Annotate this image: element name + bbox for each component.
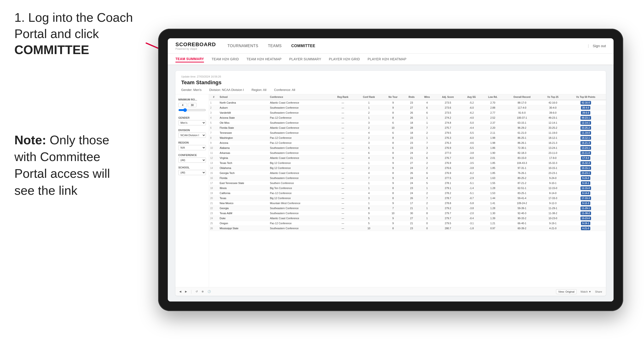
cell-conf-rank: 4	[356, 130, 382, 136]
conference-filter-group: Conference (All)	[178, 154, 206, 163]
table-row: 6Florida StateAtlantic Coast Conference—…	[209, 125, 606, 130]
sub-nav-player-h2h-heatmap[interactable]: PLAYER H2H HEATMAP	[368, 56, 406, 62]
cell-school: North Carolina	[218, 100, 269, 105]
min-rounds-max-input[interactable]	[188, 103, 196, 107]
cell-overall-record: 72-30-1	[504, 146, 540, 151]
cell-vs-top-50-points: 9-19-1	[566, 221, 606, 226]
footer-btn-clock[interactable]: 🕐	[208, 290, 211, 293]
cell-adj-score: 276.6	[434, 166, 461, 171]
sub-nav-team-h2h-heatmap[interactable]: TEAM H2H HEATMAP	[246, 56, 282, 62]
table-row: 25OregonPac-12 Conference—59210279.5-3.1…	[209, 221, 606, 226]
cell-rnds: 30	[404, 211, 420, 216]
table-row: 26Mississippi StateSoutheastern Conferen…	[209, 226, 606, 231]
cell-no-tour: 9	[382, 156, 404, 161]
sub-nav-team-summary[interactable]: TEAM SUMMARY	[176, 56, 204, 62]
cell-rnds: 27	[404, 105, 420, 110]
gender-filter-group: Gender Men's Women's	[178, 116, 206, 125]
cell-avg-sg: -5.5	[461, 146, 482, 151]
table-row: 7TennesseeSoutheastern Conference—461822…	[209, 130, 606, 136]
cell-vs-top-50-points: 13-24-1	[566, 146, 606, 151]
cell-no-tour: 10	[382, 211, 404, 216]
cell-conf-rank: 2	[356, 125, 382, 130]
cell-avg-sg: -3.8	[461, 151, 482, 156]
nav-divider: |	[588, 44, 589, 48]
cell-adj-score: 279.7	[434, 216, 461, 221]
tablet-device: SCOREBOARD Powered by clippd TOURNAMENTS…	[158, 29, 623, 311]
cell-wins: 1	[420, 136, 434, 141]
school-select[interactable]: (All)	[178, 170, 206, 175]
cell-conference: Southeastern Conference	[269, 151, 330, 156]
col-overall-record: Overall Record	[504, 94, 540, 100]
cell-wins: 2	[420, 130, 434, 136]
cell-overall-record: 109-24-2	[504, 201, 540, 206]
cell-low-rd: 1.53	[482, 191, 504, 196]
cell-overall-record: 100-37-1	[504, 115, 540, 120]
sign-out-button[interactable]: Sign out	[593, 44, 606, 48]
cell-overall-record: 92-40-3	[504, 211, 540, 216]
col-vs-top-25: Vs Top 25	[540, 94, 566, 100]
cell-wins: 1	[420, 120, 434, 125]
cell-school: Virginia	[218, 156, 269, 161]
cell-avg-sg: -1.8	[461, 226, 482, 231]
table-row: 3VanderbiltSoutheastern Conference—28266…	[209, 110, 606, 115]
cell-adj-score: 274.8	[434, 120, 461, 125]
sub-nav-player-h2h-grid[interactable]: PLAYER H2H GRID	[329, 56, 360, 62]
cell-conference: Big 12 Conference	[269, 196, 330, 201]
cell-conf-rank: 7	[356, 176, 382, 181]
conference-select[interactable]: (All)	[178, 158, 206, 163]
cell-rank: 16	[209, 176, 218, 181]
cell-vs-top-25: 13-24-1	[540, 146, 566, 151]
cell-school: Washington	[218, 136, 269, 141]
watch-button[interactable]: Watch ▼	[580, 290, 591, 293]
cell-rank: 15	[209, 171, 218, 176]
cell-avg-sg: -6.2	[461, 171, 482, 176]
cell-school: Alabama	[218, 146, 269, 151]
footer-btn-forward[interactable]: ▶	[185, 290, 187, 293]
cell-no-tour: 6	[382, 120, 404, 125]
table-row: 9ArizonaPac-12 Conference—38237276.3-4.6…	[209, 141, 606, 146]
footer-right: View: Original Watch ▼ Share	[556, 289, 602, 294]
cell-conference: Big 12 Conference	[269, 166, 330, 171]
cell-adj-score: 273.6	[434, 105, 461, 110]
min-rounds-min-input[interactable]	[178, 103, 187, 107]
cell-avg-sg: -6.2	[461, 110, 482, 115]
nav-items: TOURNAMENTS TEAMS COMMITTEE	[228, 43, 588, 49]
gender-select[interactable]: Men's Women's	[178, 120, 206, 125]
cell-reg-rank: —	[330, 105, 356, 110]
cell-no-tour: 9	[382, 216, 404, 221]
cell-conference: Pac-12 Conference	[269, 221, 330, 226]
cell-rank: 9	[209, 141, 218, 146]
nav-item-tournaments[interactable]: TOURNAMENTS	[228, 43, 258, 49]
cell-school: Florida State	[218, 125, 269, 130]
cell-conf-rank: 10	[356, 226, 382, 231]
footer-btn-refresh[interactable]: ↺	[196, 290, 198, 293]
cell-reg-rank: —	[330, 196, 356, 201]
division-select[interactable]: NCAA Division I	[178, 133, 206, 138]
table-row: 5Ole MissSoutheastern Conference—3618127…	[209, 120, 606, 125]
min-rounds-filter: Minimum Ro...	[178, 98, 206, 113]
cell-vs-top-50-points: 11-19-0	[566, 130, 606, 136]
sub-nav-team-h2h-grid[interactable]: TEAM H2H GRID	[212, 56, 239, 62]
cell-rnds: 23	[404, 226, 420, 231]
cell-reg-rank: —	[330, 191, 356, 196]
cell-conference: Big 12 Conference	[269, 161, 330, 166]
main-content: Update time: 27/03/2024 16:56:26 Team St…	[168, 65, 614, 302]
view-original-button[interactable]: View: Original	[556, 289, 577, 294]
footer-btn-bookmark[interactable]: ⊕	[202, 290, 204, 293]
share-button[interactable]: Share	[595, 290, 602, 293]
cell-school: Mississippi State	[218, 226, 269, 231]
cell-rnds: 21	[404, 156, 420, 161]
nav-item-committee[interactable]: COMMITTEE	[291, 43, 316, 49]
cell-rnds: 18	[404, 130, 420, 136]
col-wins: Wins	[420, 94, 434, 100]
sub-nav-player-summary[interactable]: PLAYER SUMMARY	[289, 56, 322, 62]
region-select[interactable]: N/A All	[178, 145, 206, 150]
cell-no-tour: 8	[382, 141, 404, 146]
nav-item-teams[interactable]: TEAMS	[268, 43, 282, 49]
cell-wins: 6	[420, 110, 434, 115]
footer-btn-back[interactable]: ◀	[179, 290, 181, 293]
min-rounds-slider[interactable]	[178, 108, 206, 112]
cell-avg-sg: -3.5	[461, 161, 482, 166]
cell-vs-top-50-points: 11-29-1	[566, 206, 606, 211]
cell-reg-rank: —	[330, 216, 356, 221]
